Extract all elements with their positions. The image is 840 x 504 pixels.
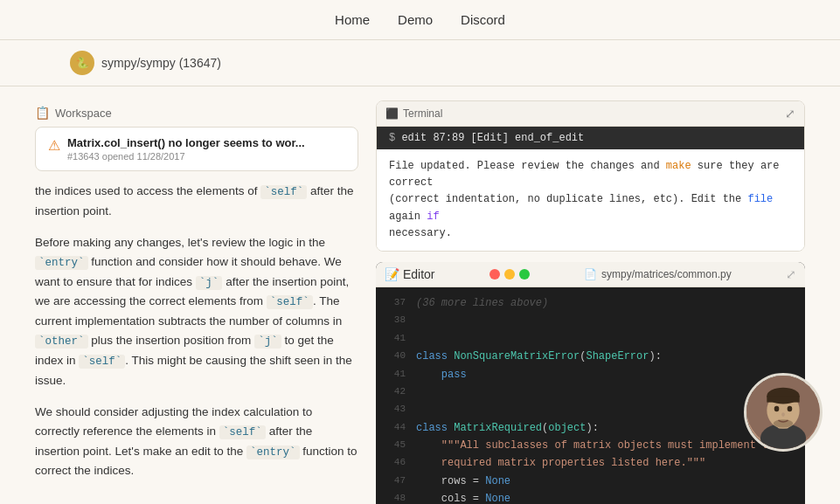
traffic-lights <box>489 269 530 280</box>
issue-content: Matrix.col_insert() no longer seems to w… <box>67 136 305 162</box>
code-line: 44 class MatrixRequired(object): <box>376 419 805 437</box>
code-j-2: `j` <box>254 335 281 349</box>
traffic-light-green <box>519 269 530 280</box>
code-line: 43 <box>376 401 805 418</box>
code-line: 41 pass <box>376 366 805 383</box>
terminal-expand-button[interactable]: ⤢ <box>785 107 795 121</box>
avatar <box>744 373 823 452</box>
code-self-4: `self` <box>219 425 266 439</box>
filename-text: sympy/matrices/common.py <box>601 268 732 280</box>
traffic-light-yellow <box>504 269 515 280</box>
code-line: 40 class NonSquareMatrixError(ShapeError… <box>376 348 805 365</box>
issue-box: ⚠ Matrix.col_insert() no longer seems to… <box>35 127 358 171</box>
editor-body: 37 (36 more lines above) 38 41 40 class … <box>376 287 805 504</box>
code-line: 42 <box>376 383 805 401</box>
right-panel: ⬛ Terminal ⤢ $ edit 87:89 [Edit] end_of_… <box>376 100 805 504</box>
breadcrumb: 🐍 sympy/sympy (13647) <box>0 40 840 86</box>
warning-icon: ⚠ <box>48 137 60 154</box>
if-keyword: if <box>427 211 439 223</box>
traffic-light-red <box>489 269 500 280</box>
code-line: 47 rows = None <box>376 473 805 490</box>
avatar-svg <box>746 373 820 449</box>
nav-home[interactable]: Home <box>335 12 370 27</box>
svg-point-9 <box>774 419 793 427</box>
main-header: Home Demo Discord <box>0 0 840 40</box>
code-self-1: `self` <box>260 185 307 199</box>
editor-label: 📝 Editor <box>385 267 434 281</box>
file-icon: 📄 <box>584 268 597 280</box>
terminal-icon: ⬛ <box>385 107 399 120</box>
issue-title: Matrix.col_insert() no longer seems to w… <box>67 136 305 149</box>
editor-panel: 📝 Editor 📄 sympy/matrices/common.py ⤢ 37 <box>376 262 805 504</box>
make-keyword: make <box>666 160 691 172</box>
svg-point-7 <box>788 406 793 412</box>
workspace-para-1: the indices used to access the elements … <box>35 182 358 221</box>
code-entry-2: `entry` <box>246 445 300 459</box>
code-line: 46 required matrix properties listed her… <box>376 454 805 472</box>
editor-title: Editor <box>403 267 435 281</box>
terminal-label: ⬛ Terminal <box>385 107 442 120</box>
workspace-title: Workspace <box>55 107 112 120</box>
terminal-panel: ⬛ Terminal ⤢ $ edit 87:89 [Edit] end_of_… <box>376 100 805 252</box>
code-line: 48 cols = None <box>376 490 805 504</box>
code-line: 41 <box>376 330 805 348</box>
code-line: 37 (36 more lines above) <box>376 294 805 312</box>
terminal-title: Terminal <box>403 107 442 120</box>
avatar-image <box>746 376 820 449</box>
svg-point-6 <box>774 406 780 412</box>
nav-demo[interactable]: Demo <box>398 12 433 27</box>
workspace-para-2: Before making any changes, let's review … <box>35 233 358 390</box>
editor-top-bar: 📝 Editor 📄 sympy/matrices/common.py ⤢ <box>376 262 805 287</box>
editor-expand-button[interactable]: ⤢ <box>786 267 796 281</box>
repo-name: sympy/sympy (13647) <box>101 56 221 70</box>
terminal-cmd-text: edit 87:89 [Edit] end_of_edit <box>401 132 584 144</box>
workspace-para-3: We should consider adjusting the index c… <box>35 403 358 481</box>
issue-meta: #13643 opened 11/28/2017 <box>67 151 305 162</box>
code-line: 45 """All subclasses of matrix objects m… <box>376 437 805 454</box>
code-line: 38 <box>376 312 805 329</box>
workspace-panel: 📋 Workspace ⚠ Matrix.col_insert() no lon… <box>35 100 358 504</box>
workspace-body: the indices used to access the elements … <box>35 182 358 481</box>
repo-icon: 🐍 <box>70 51 94 75</box>
terminal-command: $ edit 87:89 [Edit] end_of_edit <box>377 127 804 149</box>
editor-icon: 📝 <box>385 267 399 281</box>
workspace-header: 📋 Workspace <box>35 100 358 127</box>
svg-point-8 <box>781 412 785 417</box>
code-j-1: `j` <box>196 276 223 290</box>
svg-rect-5 <box>767 396 799 402</box>
code-entry-1: `entry` <box>35 256 88 270</box>
main-layout: 📋 Workspace ⚠ Matrix.col_insert() no lon… <box>0 86 840 504</box>
terminal-output: File updated. Please review the changes … <box>377 149 804 251</box>
nav-discord[interactable]: Discord <box>461 12 505 27</box>
workspace-icon: 📋 <box>35 106 50 120</box>
editor-filename: 📄 sympy/matrices/common.py <box>584 268 732 280</box>
code-self-3: `self` <box>79 355 125 369</box>
dollar-sign: $ <box>389 132 401 144</box>
file-keyword: file <box>747 193 773 205</box>
terminal-top-bar: ⬛ Terminal ⤢ <box>377 101 804 127</box>
code-other: `other` <box>35 335 88 349</box>
code-self-2: `self` <box>267 295 313 309</box>
